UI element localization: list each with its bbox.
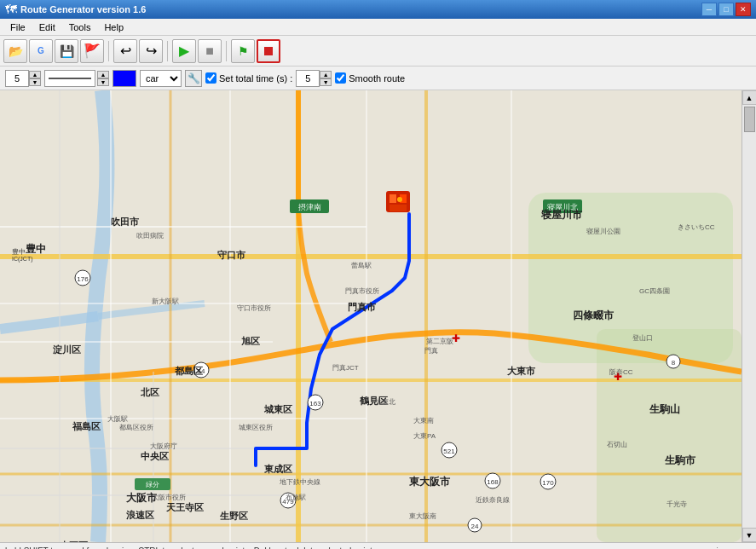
svg-text:守口市: 守口市 [217,250,246,260]
mode-select[interactable]: car walk bike [140,70,182,87]
redo-button[interactable]: ↪ [139,39,163,63]
svg-text:176: 176 [77,275,89,283]
svg-rect-25 [390,205,407,211]
play-button[interactable]: ▶ [172,39,196,63]
app-icon: 🗺 [5,3,17,16]
svg-text:旭区: 旭区 [241,336,260,346]
svg-text:170: 170 [542,479,554,487]
svg-text:新大阪駅: 新大阪駅 [152,298,179,305]
title-bar: 🗺 Route Generator version 1.6 ─ □ ✕ [0,0,756,19]
svg-text:大阪市役所: 大阪市役所 [152,494,186,501]
svg-text:淀川区: 淀川区 [53,344,81,355]
maximize-button[interactable]: □ [718,3,734,16]
svg-text:第二京阪: 第二京阪 [426,338,453,345]
time-arrows: ▲ ▼ [320,71,332,86]
google-maps-button[interactable]: G [29,39,53,63]
svg-text:吹田病院: 吹田病院 [136,232,164,240]
stop-button[interactable]: ■ [198,39,222,63]
menu-edit[interactable]: Edit [32,20,62,34]
save-button[interactable]: 💾 [55,39,78,63]
menu-help[interactable]: Help [97,20,130,34]
export-button[interactable]: 🚩 [80,39,104,63]
svg-text:福島区: 福島区 [72,421,101,431]
line-style-up[interactable]: ▲ [97,71,109,78]
time-spinner: 5 ▲ ▼ [296,70,332,87]
svg-text:24: 24 [471,523,479,530]
svg-text:天王寺区: 天王寺区 [165,502,204,512]
map-container[interactable]: 176 14 163 521 170 168 479 24 15 8 摂津南 寝… [0,90,756,542]
svg-text:門真: 門真 [424,347,438,355]
scroll-up-button[interactable]: ▲ [742,90,757,105]
svg-text:大東北: 大東北 [375,398,395,406]
svg-text:緑分: 緑分 [145,481,159,488]
svg-text:都島区役所: 都島区役所 [119,424,153,431]
svg-text:城東区: 城東区 [263,404,292,414]
svg-text:門真市役所: 門真市役所 [345,287,379,295]
speed-input[interactable]: 5 [5,70,29,87]
svg-text:守口市役所: 守口市役所 [237,304,271,312]
stop-red-button[interactable]: ⏹ [257,39,280,63]
svg-text:北区: 北区 [140,387,159,397]
flag-button[interactable]: ⚑ [231,39,255,63]
speed-up-arrow[interactable]: ▲ [29,71,41,78]
scroll-thumb[interactable] [744,107,755,132]
undo-button[interactable]: ↩ [113,39,137,63]
toolbar: 📂 G 💾 🚩 ↩ ↪ ▶ ■ ⚑ ⏹ [0,36,756,66]
map-svg: 176 14 163 521 170 168 479 24 15 8 摂津南 寝… [0,90,742,542]
close-button[interactable]: ✕ [736,3,751,16]
svg-text:168: 168 [487,478,499,486]
svg-text:城東区役所: 城東区役所 [238,424,273,431]
svg-text:近鉄奈良線: 近鉄奈良線 [476,496,510,504]
smooth-route-checkbox[interactable] [335,72,346,84]
menu-file[interactable]: File [3,20,32,34]
line-style-down[interactable]: ▼ [97,78,109,86]
menu-tools[interactable]: Tools [62,20,98,34]
svg-text:きさいちCC: きさいちCC [678,223,715,231]
svg-text:8: 8 [672,359,676,367]
svg-point-26 [397,197,402,202]
svg-text:門真市: 門真市 [348,302,377,312]
svg-text:寝屋川市: 寝屋川市 [540,209,583,221]
speed-spinner: 5 ▲ ▼ [5,70,41,87]
svg-text:石切山: 石切山 [607,441,627,448]
time-down-arrow[interactable]: ▼ [320,78,332,86]
line-style-selector: ▲ ▼ [44,70,109,87]
status-bar: hold SHIFT to record free drawing, CTRL … [0,542,756,549]
settings-button[interactable]: 🔧 [185,70,202,87]
svg-text:摂津南: 摂津南 [298,203,321,211]
svg-text:門真JCT: 門真JCT [332,364,359,372]
svg-text:寝屋川公園: 寝屋川公園 [586,228,620,235]
svg-text:豊中: 豊中 [12,248,26,256]
line-style-box[interactable] [44,70,95,87]
svg-text:浪速区: 浪速区 [126,510,154,520]
svg-rect-23 [390,194,396,203]
set-total-time-checkbox[interactable] [205,72,216,84]
svg-text:IC(JCT): IC(JCT) [12,256,33,263]
svg-text:布施駅: 布施駅 [286,494,306,501]
time-input[interactable]: 5 [296,70,320,87]
svg-text:都島区: 都島区 [174,366,203,376]
svg-text:阪奈CC: 阪奈CC [609,368,633,376]
svg-text:大東PA: 大東PA [413,432,436,440]
svg-text:蕾島駅: 蕾島駅 [351,262,372,269]
smooth-route-label[interactable]: Smooth route [335,72,405,84]
open-button[interactable]: 📂 [3,39,27,63]
svg-text:東大阪南: 東大阪南 [409,512,436,520]
set-total-time-text: Set total time (s) : [219,73,292,84]
minimize-button[interactable]: ─ [701,3,717,16]
speed-arrows: ▲ ▼ [29,71,41,86]
svg-text:大東南: 大東南 [413,417,434,425]
color-picker-button[interactable] [113,70,136,87]
separator-1 [108,41,109,61]
scroll-track[interactable] [742,105,756,528]
svg-text:GC四条園: GC四条園 [639,287,670,295]
svg-text:大東市: 大東市 [506,366,536,376]
speed-down-arrow[interactable]: ▼ [29,78,41,86]
svg-text:地下鉄中央線: 地下鉄中央線 [279,478,320,486]
svg-text:生野区: 生野区 [219,511,248,521]
time-up-arrow[interactable]: ▲ [320,71,332,78]
svg-text:登山口: 登山口 [632,334,653,342]
scroll-down-button[interactable]: ▼ [742,528,757,542]
svg-text:千光寺: 千光寺 [667,500,687,508]
set-total-time-label[interactable]: Set total time (s) : [205,72,292,84]
